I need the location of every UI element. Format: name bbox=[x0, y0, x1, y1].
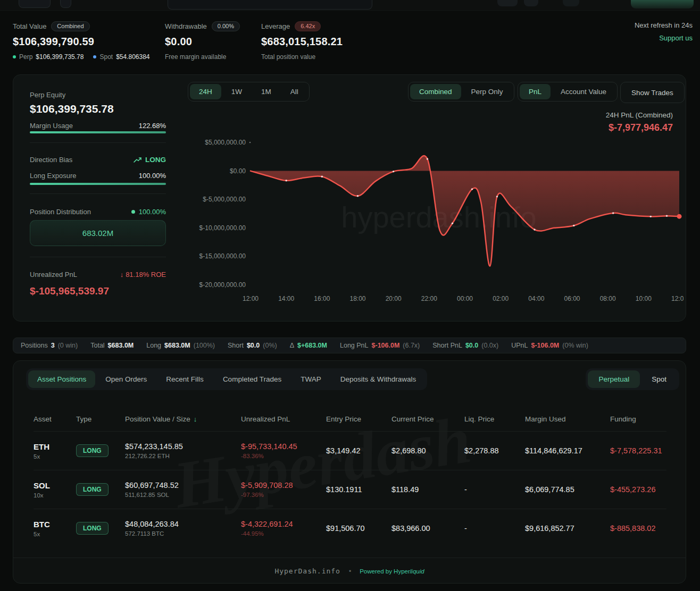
data-point-dot bbox=[357, 195, 359, 197]
side-badge: LONG bbox=[76, 522, 109, 535]
range-tab-all[interactable]: All bbox=[281, 84, 307, 99]
x-axis-tick: 20:00 bbox=[386, 295, 402, 302]
cropped-toolbar-stub bbox=[168, 0, 372, 10]
total-value-label: Total Value bbox=[13, 22, 46, 30]
data-point-dot bbox=[496, 196, 498, 197]
page-footer: HyperDash.info • Powered by Hyperliquid bbox=[13, 558, 686, 584]
spot-label: Spot bbox=[99, 53, 113, 61]
x-axis-tick: 08:00 bbox=[600, 295, 616, 302]
x-axis-tick: 16:00 bbox=[314, 295, 330, 302]
cropped-toolbar-stub bbox=[563, 0, 579, 6]
position-row-btc[interactable]: BTC5xLONG$48,084,263.84572.7113 BTC$-4,3… bbox=[34, 509, 666, 547]
margin-used: $9,616,852.77 bbox=[525, 524, 610, 533]
y-axis-tick: $-10,000,000.00 bbox=[199, 224, 246, 232]
x-axis-tick: 12:00 bbox=[243, 295, 259, 302]
position-value: $60,697,748.52 bbox=[125, 481, 241, 489]
metric-tab-pnl[interactable]: PnL bbox=[520, 84, 551, 99]
combined-badge[interactable]: Combined bbox=[51, 21, 89, 31]
current-price: $2,698.80 bbox=[391, 446, 464, 455]
withdrawable-value: $0.00 bbox=[165, 36, 240, 48]
perp-value: $106,399,735.78 bbox=[36, 53, 84, 61]
cropped-green-button-stub bbox=[631, 0, 694, 9]
withdrawable-label: Withdrawable bbox=[165, 22, 207, 30]
tab-recent-fills[interactable]: Recent Fills bbox=[157, 370, 213, 388]
funding: $-7,578,225.31 bbox=[610, 446, 666, 455]
chart-pnl-value: $-7,977,946.47 bbox=[609, 122, 673, 133]
tab-completed-trades[interactable]: Completed Trades bbox=[214, 370, 290, 388]
long-exposure-label: Long Exposure bbox=[30, 172, 76, 180]
summary-short-pnl: Short PnL$0.0(0.0x) bbox=[432, 342, 498, 349]
direction-bias-label: Direction Bias bbox=[30, 156, 72, 164]
metric-tab-account-value[interactable]: Account Value bbox=[552, 84, 615, 99]
range-tab-1m[interactable]: 1M bbox=[252, 84, 280, 99]
roe-down-arrow-icon: ↓ bbox=[120, 271, 124, 278]
margin-usage-value: 122.68% bbox=[139, 122, 166, 130]
tab-open-orders[interactable]: Open Orders bbox=[96, 370, 156, 388]
range-tab-1w[interactable]: 1W bbox=[222, 84, 251, 99]
side-badge: LONG bbox=[76, 483, 109, 496]
unrealized-pnl-label: Unrealized PnL bbox=[30, 271, 77, 278]
long-exposure-progressbar bbox=[30, 183, 166, 185]
asset-leverage: 5x bbox=[34, 531, 76, 537]
footer-site-name[interactable]: HyperDash.info bbox=[274, 567, 340, 575]
tab-deposits-withdrawals[interactable]: Deposits & Withdrawals bbox=[331, 370, 426, 388]
leverage-block: Leverage 6.42x $683,015,158.21 Total pos… bbox=[261, 20, 343, 61]
range-tab-24h[interactable]: 24H bbox=[190, 84, 221, 99]
mode-tab-combined[interactable]: Combined bbox=[410, 84, 461, 99]
summary-total: Total$683.0M bbox=[90, 342, 134, 349]
position-value: $574,233,145.85 bbox=[125, 442, 241, 451]
col-header-type[interactable]: Type bbox=[76, 415, 125, 423]
summary-long: Long$683.0M(100%) bbox=[146, 342, 215, 349]
col-header-margin-used[interactable]: Margin Used bbox=[525, 415, 610, 423]
margin-used: $114,846,629.17 bbox=[525, 446, 610, 455]
summary-upnl: UPnL$-106.0M(0% win) bbox=[511, 342, 588, 349]
position-value: $48,084,263.84 bbox=[125, 520, 241, 528]
unrealized-pnl-pct: -97.36% bbox=[241, 492, 326, 498]
cropped-toolbar-stub bbox=[497, 0, 518, 6]
col-header-funding[interactable]: Funding bbox=[610, 415, 666, 423]
equity-chart-card: Perp Equity $106,399,735.78 Margin Usage… bbox=[13, 74, 686, 322]
tab-asset-positions[interactable]: Asset Positions bbox=[28, 370, 95, 388]
col-header-position-value-size[interactable]: Position Value / Size↓ bbox=[125, 415, 241, 423]
chart-pnl-label: 24H PnL (Combined) bbox=[606, 111, 673, 119]
direction-bias-value: LONG bbox=[145, 156, 166, 164]
col-header-entry-price[interactable]: Entry Price bbox=[326, 415, 391, 423]
margin-usage-progressbar bbox=[30, 131, 166, 133]
col-header-asset[interactable]: Asset bbox=[34, 415, 76, 423]
summary-: Δ$+683.0M bbox=[290, 342, 327, 349]
y-axis-tick: $-20,000,000.00 bbox=[199, 281, 246, 289]
summary-long-pnl: Long PnL$-106.0M(6.7x) bbox=[340, 342, 420, 349]
divider bbox=[30, 142, 166, 143]
positions-table: AssetTypePosition Value / Size↓Unrealize… bbox=[34, 407, 666, 547]
col-header-unrealized-pnl[interactable]: Unrealized PnL bbox=[241, 415, 326, 423]
pnl-line-chart[interactable]: hyperdash.info$5,000,000.00$0.00$-5,000,… bbox=[194, 136, 684, 311]
mode-tab-perp-only[interactable]: Perp Only bbox=[462, 84, 512, 99]
table-header-row: AssetTypePosition Value / Size↓Unrealize… bbox=[34, 407, 666, 431]
asset-leverage: 5x bbox=[34, 453, 76, 460]
position-distribution-box[interactable]: 683.02M bbox=[30, 220, 166, 246]
entry-price: $130.1911 bbox=[326, 485, 391, 494]
market-tab-spot[interactable]: Spot bbox=[641, 370, 677, 388]
position-size: 511,612.85 SOL bbox=[125, 492, 241, 498]
col-header-liq-price[interactable]: Liq. Price bbox=[464, 415, 525, 423]
unrealized-pnl: $-4,322,691.24 bbox=[241, 520, 326, 528]
positions-summary-bar: Positions3(0 win)Total$683.0MLong$683.0M… bbox=[13, 337, 686, 353]
data-point-dot bbox=[471, 188, 473, 190]
trending-up-icon bbox=[134, 157, 142, 163]
powered-by-link[interactable]: Powered by Hyperliquid bbox=[360, 568, 424, 575]
unrealized-pnl: $-5,909,708.28 bbox=[241, 481, 326, 489]
liq-price: $2,278.88 bbox=[464, 446, 525, 455]
tab-twap[interactable]: TWAP bbox=[291, 370, 330, 388]
perp-dot-icon bbox=[13, 55, 16, 58]
position-row-sol[interactable]: SOL10xLONG$60,697,748.52511,612.85 SOL$-… bbox=[34, 470, 666, 509]
sort-desc-icon: ↓ bbox=[194, 415, 197, 423]
support-us-link[interactable]: Support us bbox=[659, 34, 693, 42]
position-row-eth[interactable]: ETH5xLONG$574,233,145.85212,726.22 ETH$-… bbox=[34, 431, 666, 470]
x-axis-tick: 10:00 bbox=[636, 295, 652, 302]
x-axis-tick: 18:00 bbox=[349, 295, 365, 302]
show-trades-button[interactable]: Show Trades bbox=[620, 82, 685, 103]
col-header-current-price[interactable]: Current Price bbox=[391, 415, 464, 423]
asset-symbol: SOL bbox=[34, 481, 76, 490]
market-tab-perpetual[interactable]: Perpetual bbox=[588, 370, 640, 388]
asset-leverage: 10x bbox=[34, 492, 76, 499]
